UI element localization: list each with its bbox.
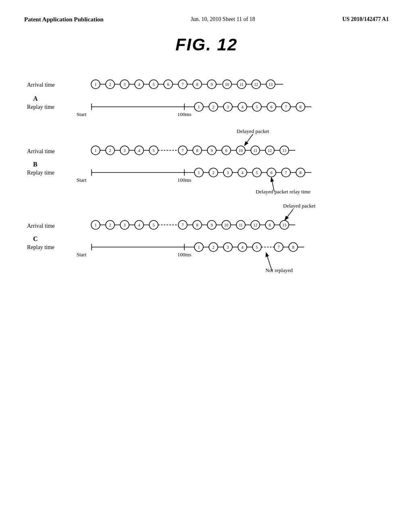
svg-text:12: 12 [253, 223, 257, 227]
svg-text:8: 8 [300, 170, 302, 175]
svg-text:5: 5 [256, 105, 258, 109]
svg-text:3: 3 [124, 82, 126, 87]
svg-text:9: 9 [211, 223, 213, 227]
start-label-b: Start [77, 177, 87, 183]
svg-text:5: 5 [256, 170, 258, 175]
section-b-label: B [33, 161, 38, 168]
svg-text:2: 2 [213, 245, 215, 249]
svg-text:1: 1 [95, 148, 97, 153]
header-center: Jun. 10, 2010 Sheet 11 of 18 [191, 16, 255, 23]
svg-text:3: 3 [124, 148, 126, 153]
svg-text:6: 6 [271, 105, 273, 109]
svg-text:7: 7 [182, 223, 184, 227]
not-replayed-label-c: Not replayed [265, 267, 293, 273]
svg-text:5: 5 [153, 223, 155, 227]
svg-text:1: 1 [198, 245, 200, 249]
svg-text:1: 1 [198, 170, 200, 175]
svg-text:4: 4 [242, 105, 244, 109]
replay-label-c: Replay time [27, 244, 54, 250]
svg-text:10: 10 [225, 82, 229, 87]
svg-text:8: 8 [300, 105, 302, 109]
svg-text:1: 1 [95, 82, 97, 87]
fig-title: FIG. 12 [24, 35, 389, 54]
svg-text:3: 3 [227, 105, 229, 109]
svg-text:8: 8 [292, 245, 294, 249]
svg-text:9: 9 [211, 148, 213, 153]
svg-line-136 [285, 209, 293, 220]
svg-text:2: 2 [213, 105, 215, 109]
svg-text:6: 6 [167, 82, 169, 87]
ms-label-b: 100ms [177, 177, 192, 183]
svg-text:4: 4 [242, 170, 244, 175]
ms-label-c: 100ms [177, 251, 192, 258]
section-c-label: C [33, 235, 38, 242]
svg-text:9: 9 [211, 82, 213, 87]
svg-text:6: 6 [271, 170, 273, 175]
page: Patent Application Publication Jun. 10, … [0, 0, 413, 532]
svg-text:1: 1 [95, 223, 97, 227]
svg-text:2: 2 [109, 223, 111, 227]
arrival-label-a: Arrival time [27, 82, 55, 88]
svg-text:7: 7 [182, 82, 184, 87]
svg-text:7: 7 [182, 148, 184, 153]
delayed-packet-label-c: Delayed packet [283, 203, 316, 209]
start-label-a: Start [77, 111, 87, 117]
svg-text:1: 1 [198, 105, 200, 109]
svg-text:6: 6 [269, 223, 271, 227]
ms-label-a: 100ms [177, 111, 192, 117]
svg-text:13: 13 [269, 82, 273, 87]
svg-text:2: 2 [109, 148, 111, 153]
svg-text:10: 10 [224, 223, 228, 227]
svg-text:2: 2 [213, 170, 215, 175]
header-left: Patent Application Publication [24, 16, 104, 23]
section-a-label: A [33, 95, 38, 102]
svg-text:8: 8 [196, 223, 198, 227]
svg-text:7: 7 [285, 105, 287, 109]
svg-text:5: 5 [256, 245, 258, 249]
delayed-relay-label-b: Delayed packet relay time [256, 189, 311, 195]
svg-text:3: 3 [227, 245, 229, 249]
svg-text:4: 4 [138, 223, 140, 227]
svg-text:4: 4 [138, 82, 140, 87]
header-right: US 2010/142477 A1 [342, 16, 389, 23]
svg-text:4: 4 [242, 245, 244, 249]
main-diagram: Arrival time 1 2 3 4 5 6 7 8 [25, 75, 388, 389]
svg-text:5: 5 [153, 148, 155, 153]
svg-text:3: 3 [227, 170, 229, 175]
svg-text:4: 4 [138, 148, 140, 153]
svg-text:12: 12 [254, 82, 258, 87]
svg-text:12: 12 [268, 148, 272, 153]
svg-text:11: 11 [239, 223, 243, 227]
svg-text:6: 6 [225, 148, 227, 153]
start-label-c: Start [77, 251, 87, 258]
arrival-label-b: Arrival time [27, 148, 55, 154]
svg-text:8: 8 [196, 148, 198, 153]
svg-text:13: 13 [282, 223, 286, 227]
replay-label-b: Replay time [27, 170, 54, 176]
svg-text:8: 8 [196, 82, 198, 87]
delayed-packet-label-b: Delayed packet [237, 128, 269, 134]
replay-label-a: Replay time [27, 104, 54, 110]
arrival-label-c: Arrival time [27, 223, 55, 229]
svg-text:5: 5 [153, 82, 155, 87]
svg-line-67 [245, 134, 253, 145]
svg-text:10: 10 [239, 148, 243, 153]
svg-text:7: 7 [285, 170, 287, 175]
svg-text:7: 7 [278, 245, 280, 249]
svg-text:11: 11 [253, 148, 257, 153]
svg-text:13: 13 [282, 148, 286, 153]
svg-text:2: 2 [109, 82, 111, 87]
header: Patent Application Publication Jun. 10, … [24, 16, 389, 23]
svg-text:11: 11 [240, 82, 244, 87]
svg-text:3: 3 [124, 223, 126, 227]
